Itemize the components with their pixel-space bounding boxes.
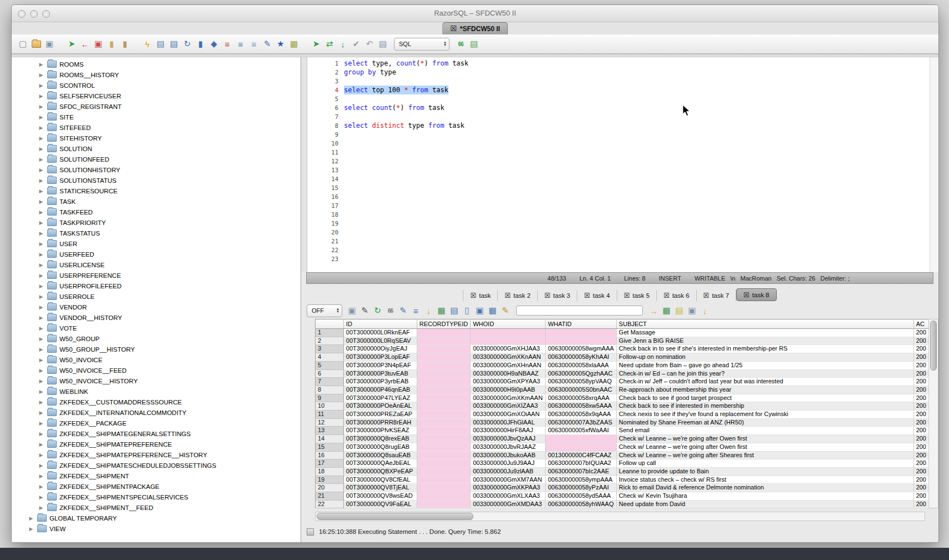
close-tab-icon[interactable]: ☒ [663, 292, 670, 299]
disclosure-triangle-icon[interactable]: ▶ [38, 368, 44, 373]
cell-num[interactable]: 19 [316, 476, 344, 484]
disclosure-triangle-icon[interactable]: ▶ [38, 389, 44, 394]
cell-num[interactable]: 15 [316, 443, 344, 451]
cell-num[interactable]: 20 [316, 484, 344, 492]
disclosure-triangle-icon[interactable]: ▶ [38, 463, 44, 468]
table-row[interactable]: 1600T3000000Q8sauEAB0033000000JbukoAAB00… [316, 451, 929, 459]
cell-recordtypeid[interactable] [417, 459, 470, 468]
cell-ac[interactable]: 200 [913, 476, 928, 484]
cell-ac[interactable]: 200 [913, 467, 928, 476]
cell-subject[interactable]: Need update from David [616, 500, 913, 508]
copy-rows-icon[interactable]: ▣ [474, 306, 485, 316]
disclosure-triangle-icon[interactable]: ▶ [38, 273, 44, 278]
disclosure-triangle-icon[interactable]: ▶ [28, 516, 34, 521]
disclosure-triangle-icon[interactable]: ▶ [38, 336, 44, 342]
table-row[interactable]: 600T3000000P3tuvEAB0033000000H9aNBAAZ006… [316, 369, 929, 378]
cell-recordtypeid[interactable] [417, 386, 470, 394]
statement-type-select[interactable]: SQL ▲▼ [394, 38, 449, 51]
cell-whoid[interactable]: 0033000000GmXHnAAN [471, 361, 546, 369]
table-row[interactable]: 1100T3000000PREZaEAP0033000000GmXOiAAN00… [316, 411, 929, 419]
sort-results-icon[interactable]: ↓ [423, 306, 434, 316]
editor-line[interactable]: 9 [307, 130, 930, 139]
editor-line[interactable]: 1select type, count(*) from task [307, 59, 930, 68]
cell-id[interactable]: 00T3000000L0RknEAF [343, 329, 417, 337]
disclosure-triangle-icon[interactable]: ▶ [38, 104, 44, 109]
disclosure-triangle-icon[interactable]: ▶ [38, 241, 44, 247]
cell-recordtypeid[interactable] [417, 369, 470, 378]
cell-whatid[interactable]: 00630000005QgzhAAC [546, 369, 617, 378]
disclosure-triangle-icon[interactable]: ▶ [38, 494, 44, 500]
disclosure-triangle-icon[interactable]: ▶ [38, 125, 44, 131]
table-row[interactable]: 1400T3000000Q8rexEAB0033000000JbvQzAAJCh… [316, 435, 929, 443]
disclosure-triangle-icon[interactable]: ▶ [38, 484, 44, 489]
editor-line[interactable]: 20 [307, 228, 930, 237]
edit-mode-select[interactable]: OFF ▲▼ [307, 304, 342, 317]
cell-id[interactable]: 00T3000000L0RqSEAV [343, 337, 417, 345]
cell-subject[interactable]: Re-approach about membership this year [616, 386, 913, 394]
cell-id[interactable]: 00T3000000P3N4pEAF [343, 361, 417, 369]
cell-subject[interactable]: Check w/ Leanne – we're going after Owen… [616, 443, 913, 451]
cell-subject[interactable]: Nominated by Shane Freeman at ANZ (HR50) [616, 418, 913, 427]
close-tab-icon[interactable]: ☒ [743, 291, 750, 299]
tree-item-zkfedex__internationalcommodity[interactable]: ▶ZKFEDEX__INTERNATIONALCOMMODITY [12, 407, 301, 418]
table-row[interactable]: 1900T3000000QV8CfEAL0033000000GmXM7AAN00… [316, 476, 929, 484]
cell-id[interactable]: 00T3000000P3tuvEAB [343, 369, 417, 378]
cell-recordtypeid[interactable] [417, 337, 470, 345]
auto-commit-icon[interactable]: ϟ [142, 39, 153, 49]
cell-num[interactable]: 2 [316, 337, 344, 345]
cell-whatid[interactable]: 006300000058ypVAAQ [546, 378, 617, 386]
cell-id[interactable]: 00T3000000POeAnEAL [343, 402, 417, 411]
cell-whoid[interactable]: 0033000000Ju9zlAAB [471, 467, 546, 476]
tree-item-solution[interactable]: ▶SOLUTION [12, 143, 301, 154]
note-results-icon[interactable]: ▤ [674, 306, 685, 316]
cell-id[interactable]: 00T3000000QV9FaEAL [343, 500, 417, 508]
results-search-input[interactable] [516, 306, 643, 316]
edit-results-icon[interactable]: ✎ [359, 306, 370, 316]
save-icon[interactable]: ▣ [44, 39, 55, 49]
cell-num[interactable]: 12 [316, 418, 344, 427]
table-editor-icon[interactable]: ▦ [288, 39, 299, 49]
tree-item-selfserviceuser[interactable]: ▶SELFSERVICEUSER [12, 91, 301, 101]
editor-line[interactable]: 4select top 100 * from task [307, 86, 930, 94]
cell-num[interactable]: 8 [316, 386, 344, 394]
refresh-results-icon[interactable]: ↻ [372, 306, 383, 316]
cell-id[interactable]: 00T3000000P3yrbEAB [343, 378, 417, 386]
cell-recordtypeid[interactable] [417, 476, 470, 484]
tree-item-scontrol[interactable]: ▶SCONTROL [12, 80, 301, 91]
export-query-icon[interactable]: ▤ [168, 39, 179, 49]
table-row[interactable]: 2000T3000000QV8TjEAL0033000000GmXKPAA300… [316, 484, 929, 492]
stop-square-icon[interactable] [307, 528, 314, 536]
editor-line[interactable]: 2group by type [307, 68, 930, 77]
cell-whatid[interactable]: 006300000058xw5AAA [546, 402, 617, 411]
cell-whoid[interactable]: 0033000000GmXKPAA3 [471, 484, 546, 492]
download-results-icon[interactable]: ↓ [700, 306, 710, 316]
cell-whoid[interactable]: 0033000000GmXPYAA3 [471, 378, 546, 386]
cell-num[interactable]: 9 [316, 394, 344, 402]
cell-num[interactable]: 18 [316, 467, 344, 476]
result-tab-task[interactable]: ☒task [463, 290, 498, 301]
editor-line[interactable]: 12 [307, 157, 930, 166]
cell-whoid[interactable]: 0033000000JbukoAAB [471, 451, 546, 459]
cell-whatid[interactable]: 006300000058xlaAAA [546, 361, 617, 369]
disclosure-triangle-icon[interactable]: ▶ [38, 188, 44, 194]
tree-item-userpreference[interactable]: ▶USERPREFERENCE [12, 270, 301, 281]
tree-item-userrole[interactable]: ▶USERROLE [12, 291, 301, 302]
cell-whatid[interactable]: 00630000007bIc2AAE [546, 467, 617, 476]
cell-ac[interactable]: 200 [913, 378, 928, 386]
minimize-window-button[interactable] [30, 10, 38, 18]
table-row[interactable]: 800T3000000P46qnEAB0033000000H9i0pAAB006… [316, 386, 929, 394]
tree-item-task[interactable]: ▶TASK [12, 196, 301, 207]
copy-table-icon[interactable]: ▣ [93, 39, 104, 49]
cell-id[interactable]: 00T3000000P3LopEAF [343, 353, 417, 362]
cell-num[interactable]: 4 [316, 353, 344, 362]
cell-whoid[interactable]: 0033000000JbvRJAAZ [471, 443, 546, 451]
tree-item-zkfedex__shipmatepreference[interactable]: ▶ZKFEDEX__SHIPMATEPREFERENCE [12, 439, 301, 449]
tree-item-userfeed[interactable]: ▶USERFEED [12, 249, 301, 259]
column-header-id[interactable]: ID [343, 319, 417, 329]
column-header-recordtypeid[interactable]: RECORDTYPEID [417, 319, 470, 329]
cell-whatid[interactable]: 006300000058wgmAAA [546, 345, 617, 353]
table-row[interactable]: 1700T3000000QAeJbEAL0033000000Ju9J9AAJ00… [316, 459, 929, 468]
cell-ac[interactable]: 200 [913, 369, 928, 378]
cell-whatid[interactable]: 00630000007A3bZAAS [546, 418, 617, 427]
edit-sql-icon[interactable]: ✎ [262, 39, 273, 49]
